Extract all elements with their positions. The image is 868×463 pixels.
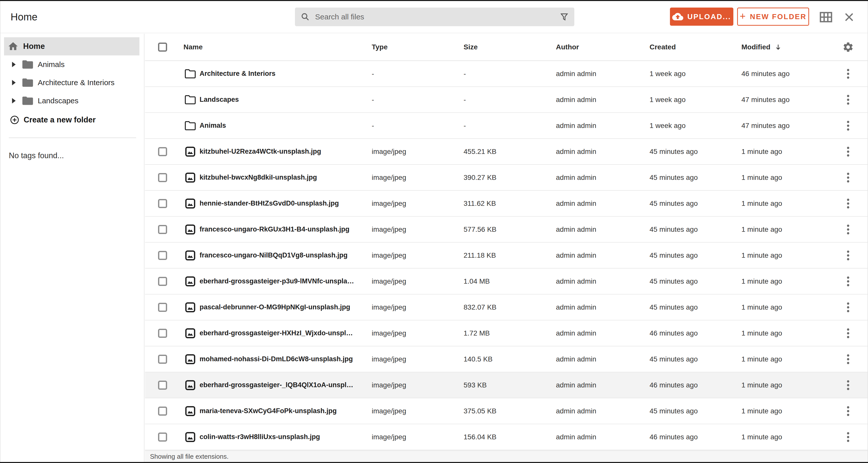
row-size: 211.18 KB [464,242,496,268]
row-checkbox[interactable] [158,355,167,364]
row-menu-button[interactable] [842,398,855,424]
expander-caret-icon[interactable] [11,80,16,85]
table-row[interactable]: kitzbuhel-U2Reza4WCtk-unsplash.jpg image… [145,139,868,165]
row-checkbox[interactable] [158,277,167,286]
kebab-menu-icon [843,250,853,261]
row-checkbox[interactable] [158,329,167,338]
image-file-icon [184,327,196,339]
row-menu-button[interactable] [842,424,855,450]
row-modified: 1 minute ago [741,165,782,190]
row-type: image/jpeg [372,165,406,190]
row-type: image/jpeg [372,242,406,268]
table-row[interactable]: eberhard-grossgasteiger-HXHzI_Wjxdo-unsp… [145,320,868,346]
row-menu-button[interactable] [842,165,855,190]
image-file-icon [184,431,196,443]
row-checkbox[interactable] [158,147,167,156]
column-header-author[interactable]: Author [556,34,579,60]
row-menu-button[interactable] [842,242,855,268]
table-row[interactable]: maria-teneva-SXwCyG4FoPk-unsplash.jpg im… [145,398,868,424]
column-header-created[interactable]: Created [650,34,676,60]
table-row[interactable]: eberhard-grossgasteiger-p3u9-lMVNfc-unsp… [145,268,868,294]
row-menu-button[interactable] [842,61,855,86]
row-checkbox[interactable] [158,199,167,208]
new-folder-button[interactable]: + NEW FOLDER [737,7,809,26]
upload-button[interactable]: UPLOAD... [670,7,733,26]
plus-icon: + [740,11,746,21]
row-modified: 47 minutes ago [741,113,789,138]
row-modified: 47 minutes ago [741,87,789,112]
row-menu-button[interactable] [842,191,855,216]
grid-view-icon[interactable] [819,10,833,24]
row-size: - [464,61,466,86]
row-size: 577.56 KB [464,216,497,242]
table-row[interactable]: colin-watts-r3wH8lliUxs-unsplash.jpg ima… [145,424,868,450]
sidebar-item-home[interactable]: Home [4,37,140,55]
row-created: 45 minutes ago [650,346,698,372]
gear-icon [842,41,854,53]
row-created: 45 minutes ago [650,242,698,268]
row-menu-button[interactable] [842,268,855,294]
row-type: image/jpeg [372,424,406,450]
row-checkbox[interactable] [158,303,167,312]
row-modified: 1 minute ago [741,346,782,372]
row-menu-button[interactable] [842,87,855,112]
row-menu-button[interactable] [842,372,855,398]
image-file-icon [184,172,196,183]
row-author: admin admin [556,242,596,268]
row-menu-button[interactable] [842,139,855,164]
row-menu-button[interactable] [842,320,855,346]
row-name: maria-teneva-SXwCyG4FoPk-unsplash.jpg [199,398,337,424]
sidebar-item-architecture-interiors[interactable]: Architecture & Interiors [0,74,144,92]
row-menu-button[interactable] [842,113,855,138]
folder-icon [22,78,33,87]
table-row[interactable]: hennie-stander-BtHtZsGvdD0-unsplash.jpg … [145,191,868,216]
table-row[interactable]: pascal-debrunner-O-MG9HpNKgI-unsplash.jp… [145,294,868,320]
kebab-menu-icon [843,146,853,157]
row-created: 45 minutes ago [650,398,698,424]
expander-caret-icon[interactable] [11,62,16,67]
search-input[interactable]: Search all files [295,7,574,26]
kebab-menu-icon [843,172,853,183]
row-created: 45 minutes ago [650,216,698,242]
row-created: 45 minutes ago [650,268,698,294]
sidebar-item-landscapes[interactable]: Landscapes [0,92,144,110]
table-row[interactable]: kitzbuhel-bwcxNg8dkiI-unsplash.jpg image… [145,165,868,191]
row-size: 455.21 KB [464,139,497,164]
table-row[interactable]: francesco-ungaro-RkGUx3H1-B4-unsplash.jp… [145,216,868,242]
table-row[interactable]: Landscapes - - admin admin 1 week ago 47… [145,87,868,113]
row-menu-button[interactable] [842,294,855,320]
row-created: 46 minutes ago [650,372,698,398]
column-header-type[interactable]: Type [372,34,388,60]
select-all-checkbox[interactable] [158,42,167,52]
row-checkbox[interactable] [158,381,167,390]
row-checkbox[interactable] [158,173,167,182]
expander-caret-icon[interactable] [11,98,16,104]
table-row[interactable]: eberhard-grossgasteiger-_lQB4QlX1oA-unsp… [145,372,868,398]
row-checkbox[interactable] [158,433,167,442]
folder-icon [22,96,33,106]
row-name: kitzbuhel-bwcxNg8dkiI-unsplash.jpg [199,165,317,190]
kebab-menu-icon [843,328,853,339]
create-folder-label: Create a new folder [24,115,96,124]
table-row[interactable]: Animals - - admin admin 1 week ago 47 mi… [145,113,868,139]
sidebar-item-animals[interactable]: Animals [0,55,144,74]
table-row[interactable]: francesco-ungaro-NilBQqD1Vg8-unsplash.jp… [145,242,868,268]
table-row[interactable]: mohamed-nohassi-Di-DmLD6cW8-unsplash.jpg… [145,346,868,372]
row-checkbox[interactable] [158,251,167,260]
close-icon[interactable] [843,10,856,24]
row-checkbox[interactable] [158,225,167,234]
column-header-modified[interactable]: Modified [741,34,782,60]
row-created: 1 week ago [650,61,686,86]
row-checkbox[interactable] [158,407,167,416]
column-settings-button[interactable] [842,34,855,60]
filter-icon[interactable] [560,12,569,21]
column-header-name[interactable]: Name [183,34,203,60]
column-header-size[interactable]: Size [464,34,478,60]
upload-button-label: UPLOAD... [687,12,731,21]
table-row[interactable]: Architecture & Interiors - - admin admin… [145,61,868,87]
create-new-folder-button[interactable]: Create a new folder [0,111,144,129]
row-menu-button[interactable] [842,216,855,242]
kebab-menu-icon [843,68,853,79]
row-menu-button[interactable] [842,346,855,372]
row-modified: 1 minute ago [741,424,782,450]
